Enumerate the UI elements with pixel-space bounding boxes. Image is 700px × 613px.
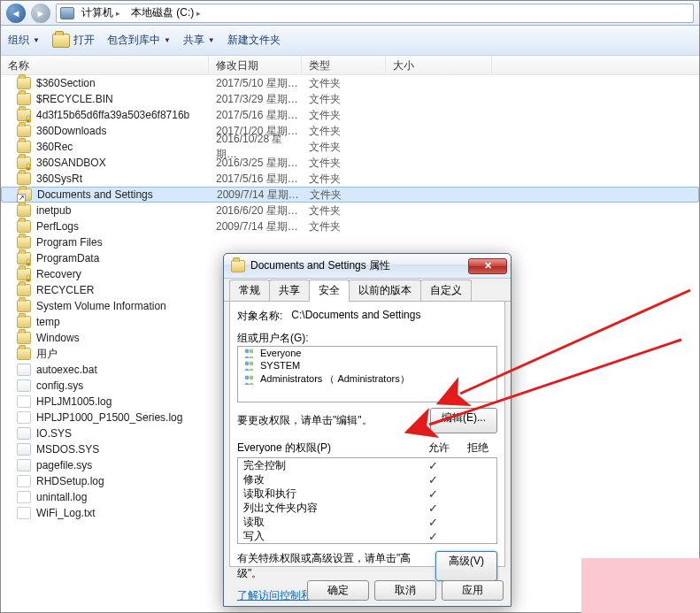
svg-point-3	[250, 362, 254, 366]
file-icon	[17, 443, 31, 456]
breadcrumb[interactable]: 计算机▸ 本地磁盘 (C:)▸	[56, 4, 694, 23]
apply-button[interactable]: 应用	[442, 580, 504, 601]
nav-back-button[interactable]: ◄	[6, 4, 26, 23]
principal-item[interactable]: SYSTEM	[238, 359, 496, 372]
permission-row: 写入✓	[238, 529, 496, 543]
permission-row: 读取和执行✓	[238, 487, 496, 501]
advanced-hint: 有关特殊权限或高级设置，请单击"高级"。	[237, 551, 428, 581]
dialog-titlebar[interactable]: Documents and Settings 属性 ✕	[224, 254, 511, 279]
file-icon	[17, 459, 31, 471]
file-icon	[17, 411, 31, 424]
folder-icon	[17, 316, 31, 328]
ok-button[interactable]: 确定	[307, 580, 369, 601]
file-row[interactable]: Program Files	[1, 234, 699, 250]
object-path: C:\Documents and Settings	[291, 309, 420, 324]
folder-icon	[17, 109, 31, 121]
folder-icon	[17, 348, 31, 360]
toolbar-share[interactable]: 共享 ▼	[183, 33, 215, 48]
folder-icon	[17, 125, 31, 137]
svg-point-2	[245, 362, 250, 366]
svg-point-1	[250, 349, 254, 354]
folder-icon	[17, 236, 31, 249]
dialog-tabs: 常规 共享 安全 以前的版本 自定义	[224, 279, 511, 302]
folder-icon	[18, 188, 32, 201]
permission-row: 读取✓	[238, 515, 496, 529]
security-panel: 对象名称: C:\Documents and Settings 组或用户名(G)…	[229, 302, 505, 567]
header-date[interactable]: 修改日期	[209, 56, 302, 74]
explorer-toolbar: 组织 ▼ 打开 包含到库中 ▼ 共享 ▼ 新建文件夹	[1, 26, 699, 56]
toolbar-include-library[interactable]: 包含到库中 ▼	[107, 33, 171, 48]
dialog-buttons: 确定 取消 应用	[307, 580, 504, 601]
advanced-button[interactable]: 高级(V)	[435, 551, 497, 581]
tab-customize[interactable]: 自定义	[420, 280, 472, 301]
file-icon	[17, 379, 31, 392]
folder-icon	[231, 260, 245, 272]
users-icon	[243, 360, 256, 371]
file-icon	[17, 427, 31, 440]
tab-previous-versions[interactable]: 以前的版本	[349, 280, 421, 301]
file-row[interactable]: PerfLogs2009/7/14 星期…文件夹	[1, 218, 699, 234]
file-row[interactable]: 360Downloads2017/1/20 星期…文件夹	[1, 123, 699, 139]
users-icon	[243, 374, 256, 385]
folder-icon	[17, 332, 31, 344]
svg-point-5	[250, 375, 254, 379]
breadcrumb-root[interactable]: 计算机▸	[78, 4, 124, 22]
close-button[interactable]: ✕	[468, 258, 507, 274]
svg-point-0	[245, 349, 250, 354]
principal-item[interactable]: Administrators （ Administrators）	[238, 372, 496, 387]
file-row[interactable]: inetpub2016/6/20 星期…文件夹	[1, 203, 699, 218]
toolbar-organize[interactable]: 组织 ▼	[8, 33, 40, 48]
permission-row: 修改✓	[238, 472, 496, 487]
allow-column: 允许	[419, 441, 458, 456]
svg-point-4	[245, 375, 250, 379]
file-icon	[17, 395, 31, 408]
file-row[interactable]: 360SANDBOX2016/3/25 星期…文件夹	[1, 155, 699, 171]
folder-icon	[17, 220, 31, 233]
permissions-label: Everyone 的权限(P)	[237, 441, 419, 456]
cancel-button[interactable]: 取消	[374, 580, 436, 601]
principals-listbox[interactable]: EveryoneSYSTEMAdministrators （ Administr…	[237, 346, 497, 402]
edit-button[interactable]: 编辑(E)...	[430, 408, 497, 433]
folder-icon	[17, 157, 31, 169]
file-row[interactable]: $RECYCLE.BIN2017/3/29 星期…文件夹	[1, 91, 699, 107]
file-icon	[17, 507, 31, 519]
tab-general[interactable]: 常规	[229, 280, 270, 301]
address-bar: ◄ ► 计算机▸ 本地磁盘 (C:)▸	[1, 1, 699, 26]
file-icon	[17, 491, 31, 503]
open-icon	[52, 34, 70, 48]
toolbar-new-folder[interactable]: 新建文件夹	[227, 33, 281, 48]
folder-icon	[17, 77, 31, 89]
group-users-label: 组或用户名(G):	[237, 331, 497, 346]
column-headers: 名称 修改日期 类型 大小	[1, 56, 699, 75]
file-row[interactable]: 360SysRt2017/5/16 星期…文件夹	[1, 171, 699, 187]
properties-dialog: Documents and Settings 属性 ✕ 常规 共享 安全 以前的…	[223, 253, 512, 607]
principal-item[interactable]: Everyone	[238, 347, 496, 359]
folder-icon	[17, 252, 31, 264]
nav-forward-button[interactable]: ►	[31, 4, 50, 23]
breadcrumb-drive[interactable]: 本地磁盘 (C:)▸	[127, 4, 204, 22]
tab-security[interactable]: 安全	[309, 280, 350, 302]
edit-hint: 要更改权限，请单击"编辑"。	[237, 413, 430, 428]
folder-icon	[17, 172, 31, 185]
folder-icon	[17, 141, 31, 153]
header-type[interactable]: 类型	[302, 56, 386, 74]
permission-row: 完全控制✓	[238, 458, 496, 472]
toolbar-open[interactable]: 打开	[52, 33, 95, 48]
folder-icon	[17, 204, 31, 217]
folder-icon	[17, 284, 31, 296]
folder-icon	[17, 268, 31, 280]
pink-overlay	[581, 558, 700, 613]
dialog-title: Documents and Settings 属性	[250, 258, 463, 273]
file-row[interactable]: 360Rec2016/10/28 星期…文件夹	[1, 139, 699, 155]
object-name-label: 对象名称:	[237, 309, 282, 324]
permission-row: 列出文件夹内容✓	[238, 501, 496, 515]
header-name[interactable]: 名称	[1, 56, 209, 74]
folder-icon	[17, 300, 31, 312]
deny-column: 拒绝	[458, 441, 497, 456]
file-row[interactable]: $360Section2017/5/10 星期…文件夹	[1, 75, 699, 91]
folder-icon	[17, 93, 31, 105]
file-row[interactable]: Documents and Settings2009/7/14 星期…文件夹	[1, 187, 699, 203]
tab-sharing[interactable]: 共享	[269, 280, 310, 301]
header-size[interactable]: 大小	[386, 56, 492, 74]
file-row[interactable]: 4d3f15b65d6ffa39a503e6f8716b2017/5/16 星期…	[1, 107, 699, 123]
